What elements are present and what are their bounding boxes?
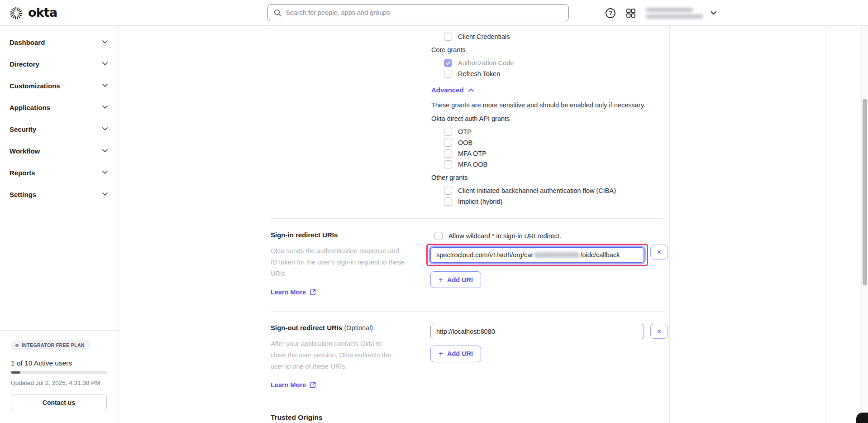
sidebar-item-reports[interactable]: Reports <box>0 162 119 183</box>
optional-label: (Optional) <box>344 324 373 332</box>
advanced-note: These grants are more sensitive and shou… <box>431 101 663 109</box>
signin-learn-more-link[interactable]: Learn More <box>271 288 316 296</box>
content-right-boundary <box>825 26 825 423</box>
sidebar-item-security[interactable]: Security <box>0 118 119 140</box>
mfa-otp-checkbox[interactable] <box>444 149 452 158</box>
checkbox-label: MFA OOB <box>458 161 487 168</box>
search-input[interactable] <box>286 9 563 16</box>
signout-title-text: Sign-out redirect URIs <box>271 324 342 332</box>
chevron-down-icon <box>711 11 717 15</box>
sidebar-item-label: Directory <box>10 60 39 68</box>
chevron-down-icon <box>102 84 108 87</box>
checkbox-row-implicit-hybrid[interactable]: Implicit (hybrid) <box>444 196 663 207</box>
user-account-name-redacted <box>646 8 701 19</box>
checkbox-row-mfa-otp[interactable]: MFA OTP <box>444 148 663 159</box>
remove-signin-uri-button[interactable]: × <box>650 245 668 260</box>
checkbox-label: MFA OTP <box>458 150 486 157</box>
sidebar-item-applications[interactable]: Applications <box>0 96 119 118</box>
grant-types-section: Client Credentials Core grants Authoriza… <box>264 26 669 207</box>
signin-redirect-uri-input[interactable]: spectrocloud.com/v1/auth/org/car/oidc/ca… <box>430 247 644 263</box>
remove-signout-uri-button[interactable]: × <box>650 324 668 339</box>
plan-badge-label: INTEGRATOR FREE PLAN <box>22 342 85 348</box>
signout-left-column: Sign-out redirect URIs (Optional) After … <box>271 324 430 389</box>
chevron-down-icon <box>102 192 108 196</box>
checkbox-label: Client Credentials <box>458 33 510 40</box>
signout-redirect-uri-input[interactable] <box>430 324 644 339</box>
otp-checkbox[interactable] <box>444 128 452 136</box>
sidebar-item-workflow[interactable]: Workflow <box>0 140 119 162</box>
plus-icon: + <box>439 275 443 284</box>
checkbox-row-oob[interactable]: OOB <box>444 137 663 148</box>
updated-timestamp: Updated Jul 2, 2025, 4:31:38 PM <box>11 380 107 386</box>
chevron-down-icon <box>102 106 108 109</box>
ciba-checkbox[interactable] <box>444 187 452 195</box>
advanced-toggle[interactable]: Advanced <box>431 86 663 94</box>
add-signout-uri-button[interactable]: + Add URI <box>430 346 481 362</box>
signin-section-title: Sign-in redirect URIs <box>271 231 430 239</box>
help-icon[interactable]: ? <box>605 8 616 19</box>
sidebar-nav: Dashboard Directory Customizations Appli… <box>0 26 119 205</box>
add-uri-label: Add URI <box>447 350 473 357</box>
checkbox-label: OTP <box>458 128 472 135</box>
chevron-down-icon <box>102 62 108 66</box>
signout-section-title: Sign-out redirect URIs (Optional) <box>271 324 430 332</box>
refresh-token-checkbox[interactable] <box>444 70 452 78</box>
checkbox-row-ciba[interactable]: Client-initiated backchannel authenticat… <box>444 185 663 196</box>
chevron-down-icon <box>102 171 108 174</box>
checkbox-row-authorization-code[interactable]: Authorization Code <box>444 58 663 68</box>
allow-wildcard-checkbox[interactable] <box>434 232 443 240</box>
client-credentials-checkbox[interactable] <box>444 33 452 41</box>
oob-checkbox[interactable] <box>444 139 452 147</box>
uri-visible-suffix: /oidc/callback <box>580 251 620 259</box>
sidebar-item-customizations[interactable]: Customizations <box>0 75 119 96</box>
trusted-origins-title: Trusted Origins <box>264 401 669 423</box>
sidebar-item-dashboard[interactable]: Dashboard <box>0 31 119 53</box>
external-link-icon <box>310 382 316 388</box>
learn-more-label: Learn More <box>271 381 306 389</box>
wildcard-checkbox-row[interactable]: Allow wildcard * in sign-in URI redirect… <box>434 231 668 241</box>
top-header: okta ? <box>0 0 868 26</box>
signout-learn-more-link[interactable]: Learn More <box>271 381 316 389</box>
okta-wordmark: okta <box>28 6 57 20</box>
direct-auth-grants-label: Okta direct auth API grants <box>431 115 663 122</box>
signin-left-column: Sign-in redirect URIs Okta sends the aut… <box>271 231 430 296</box>
uri-redacted-segment <box>534 252 579 258</box>
signout-section-description: After your application contacts Okta to … <box>271 338 394 372</box>
active-users-count: 1 of 10 Active users <box>11 359 107 367</box>
sidebar-item-settings[interactable]: Settings <box>0 183 119 205</box>
core-grants-label: Core grants <box>431 46 663 53</box>
checkbox-label: Refresh Token <box>458 70 500 77</box>
checkbox-row-refresh-token[interactable]: Refresh Token <box>444 68 663 79</box>
signin-redirect-uris-section: Sign-in redirect URIs Okta sends the aut… <box>264 219 669 311</box>
vertical-scrollbar-track[interactable] <box>861 26 868 423</box>
plan-badge: INTEGRATOR FREE PLAN <box>11 340 90 350</box>
checkbox-row-otp[interactable]: OTP <box>444 126 663 137</box>
okta-logo[interactable]: okta <box>9 6 57 20</box>
global-search[interactable] <box>267 4 569 21</box>
sidebar-item-label: Customizations <box>10 82 60 90</box>
account-menu-chevron[interactable] <box>711 11 717 15</box>
checkbox-label: OOB <box>458 139 472 146</box>
left-sidebar: Dashboard Directory Customizations Appli… <box>0 26 119 423</box>
advanced-toggle-label: Advanced <box>431 86 464 94</box>
checkbox-row-mfa-oob[interactable]: MFA OOB <box>444 159 663 170</box>
authorization-code-checkbox[interactable] <box>444 59 452 67</box>
vertical-scrollbar-thumb[interactable] <box>863 99 867 285</box>
sidebar-item-label: Settings <box>10 191 36 198</box>
active-users-progressbar <box>11 371 107 374</box>
add-signin-uri-button[interactable]: + Add URI <box>430 271 481 288</box>
apps-grid-icon[interactable] <box>625 8 636 19</box>
checkbox-row-client-credentials[interactable]: Client Credentials <box>444 31 663 42</box>
search-icon <box>274 9 281 17</box>
mfa-oob-checkbox[interactable] <box>444 160 452 168</box>
contact-us-button[interactable]: Contact us <box>11 394 107 411</box>
sidebar-item-label: Reports <box>10 169 35 177</box>
sidebar-footer: INTEGRATOR FREE PLAN 1 of 10 Active user… <box>0 330 119 423</box>
add-uri-label: Add URI <box>447 276 473 284</box>
checkbox-label: Client-initiated backchannel authenticat… <box>458 187 616 194</box>
sidebar-item-label: Applications <box>10 104 50 111</box>
external-link-icon <box>310 289 316 295</box>
sidebar-item-directory[interactable]: Directory <box>0 53 119 75</box>
uri-visible-prefix: spectrocloud.com/v1/auth/org/car <box>436 251 533 259</box>
implicit-hybrid-checkbox[interactable] <box>444 197 452 206</box>
